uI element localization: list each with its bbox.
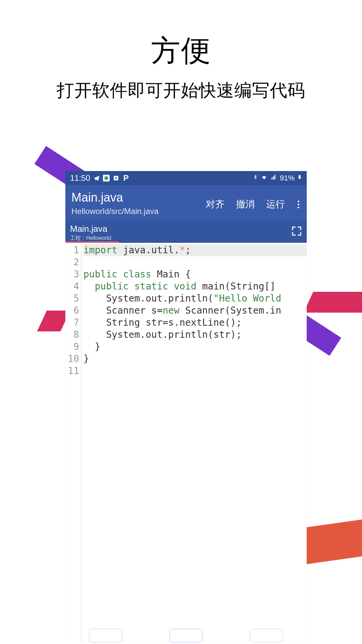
code-area[interactable]: import java.util.*; public class Main { … — [81, 243, 307, 643]
notification-icon — [112, 174, 120, 182]
tab-main-java[interactable]: Main.java 工程：Helloworld — [65, 222, 116, 242]
run-button[interactable]: 运行 — [266, 198, 285, 211]
phone-mockup: 11:50 P 91% — [65, 171, 307, 641]
wifi-icon — [260, 174, 268, 182]
battery-text: 91% — [280, 174, 295, 182]
status-bar: 11:50 P 91% — [65, 171, 307, 185]
tab-bar: Main.java 工程：Helloworld — [65, 221, 307, 243]
fullscreen-icon[interactable] — [291, 225, 303, 238]
line-number-gutter: 1234567891011 — [65, 243, 81, 643]
svg-rect-3 — [299, 175, 300, 175]
align-button[interactable]: 对齐 — [206, 198, 225, 211]
app-bar-title: Main.java — [71, 191, 206, 205]
status-time: 11:50 — [70, 173, 90, 183]
camera-icon — [103, 175, 110, 181]
promo-subtitle: 打开软件即可开始快速编写代码 — [0, 79, 362, 102]
decorative-bar-pink-right — [304, 292, 362, 313]
app-bar-path: Helloworld/src/Main.java — [71, 207, 206, 216]
undo-button[interactable]: 撤消 — [236, 198, 255, 211]
battery-icon — [297, 173, 302, 183]
tab-title: Main.java — [70, 224, 111, 234]
bluetooth-icon — [253, 174, 258, 182]
nav-recent-icon[interactable] — [89, 629, 122, 643]
svg-rect-2 — [299, 175, 301, 179]
app-bar: Main.java Helloworld/src/Main.java 对齐 撤消… — [65, 185, 307, 221]
promo-title: 方便 — [0, 31, 362, 71]
nav-back-icon[interactable] — [250, 629, 283, 643]
signal-icon — [270, 174, 277, 182]
code-editor[interactable]: 1234567891011 import java.util.*; public… — [65, 243, 307, 643]
tab-project: 工程：Helloworld — [70, 235, 111, 242]
p-icon: P — [122, 174, 130, 182]
android-nav-bar — [65, 629, 307, 643]
nav-home-icon[interactable] — [169, 629, 203, 643]
telegram-icon — [93, 174, 100, 182]
more-menu-icon[interactable] — [296, 199, 301, 210]
svg-point-0 — [104, 176, 108, 180]
tab-underline — [65, 241, 119, 243]
